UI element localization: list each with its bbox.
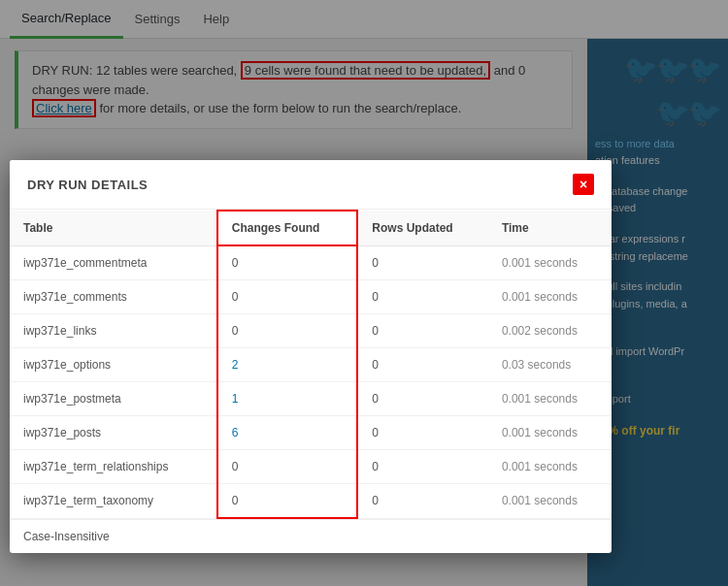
dry-run-table: Table Changes Found Rows Updated Time iw… bbox=[10, 210, 612, 519]
table-row: iwp371e_term_relationships000.001 second… bbox=[10, 450, 612, 484]
cell-time: 0.001 seconds bbox=[488, 280, 612, 314]
cell-rows-updated: 0 bbox=[357, 348, 488, 382]
table-row: iwp371e_commentmeta000.001 seconds bbox=[10, 245, 612, 280]
cell-time: 0.001 seconds bbox=[488, 416, 612, 450]
cell-table-name: iwp371e_term_relationships bbox=[10, 450, 217, 484]
cell-table-name: iwp371e_posts bbox=[10, 416, 217, 450]
cell-rows-updated: 0 bbox=[357, 280, 488, 314]
cell-rows-updated: 0 bbox=[357, 484, 488, 519]
table-row: iwp371e_options200.03 seconds bbox=[10, 348, 612, 382]
cell-table-name: iwp371e_options bbox=[10, 348, 217, 382]
cell-rows-updated: 0 bbox=[357, 245, 488, 280]
modal-body[interactable]: Table Changes Found Rows Updated Time iw… bbox=[10, 210, 612, 519]
modal-dialog: DRY RUN DETAILS × Table Changes Found Ro… bbox=[10, 160, 612, 553]
cell-rows-updated: 0 bbox=[357, 450, 488, 484]
cell-changes: 0 bbox=[217, 245, 358, 280]
modal-title: DRY RUN DETAILS bbox=[27, 178, 148, 192]
col-header-table: Table bbox=[10, 211, 217, 245]
modal-overlay: DRY RUN DETAILS × Table Changes Found Ro… bbox=[0, 0, 728, 586]
cell-changes[interactable]: 6 bbox=[217, 416, 358, 450]
cell-changes: 0 bbox=[217, 314, 358, 348]
cell-rows-updated: 0 bbox=[357, 314, 488, 348]
changes-link[interactable]: 1 bbox=[232, 392, 239, 406]
cell-changes: 0 bbox=[217, 280, 358, 314]
col-header-changes: Changes Found bbox=[217, 211, 358, 245]
modal-close-button[interactable]: × bbox=[573, 174, 594, 195]
col-header-time: Time bbox=[488, 211, 612, 245]
cell-time: 0.03 seconds bbox=[488, 348, 612, 382]
table-header-row: Table Changes Found Rows Updated Time bbox=[10, 211, 612, 245]
changes-link[interactable]: 6 bbox=[232, 426, 239, 440]
table-row: iwp371e_term_taxonomy000.001 seconds bbox=[10, 484, 612, 519]
cell-rows-updated: 0 bbox=[357, 382, 488, 416]
table-row: iwp371e_links000.002 seconds bbox=[10, 314, 612, 348]
table-row: iwp371e_comments000.001 seconds bbox=[10, 280, 612, 314]
cell-table-name: iwp371e_commentmeta bbox=[10, 245, 217, 280]
footer-label: Case-Insensitive bbox=[23, 530, 110, 543]
modal-header: DRY RUN DETAILS × bbox=[10, 160, 612, 210]
modal-footer: Case-Insensitive bbox=[10, 519, 612, 553]
cell-table-name: iwp371e_term_taxonomy bbox=[10, 484, 217, 519]
cell-rows-updated: 0 bbox=[357, 416, 488, 450]
col-header-rows: Rows Updated bbox=[357, 211, 488, 245]
cell-changes[interactable]: 1 bbox=[217, 382, 358, 416]
cell-table-name: iwp371e_links bbox=[10, 314, 217, 348]
cell-time: 0.002 seconds bbox=[488, 314, 612, 348]
cell-time: 0.001 seconds bbox=[488, 382, 612, 416]
cell-time: 0.001 seconds bbox=[488, 484, 612, 519]
cell-time: 0.001 seconds bbox=[488, 450, 612, 484]
table-row: iwp371e_posts600.001 seconds bbox=[10, 416, 612, 450]
cell-changes[interactable]: 2 bbox=[217, 348, 358, 382]
changes-link[interactable]: 2 bbox=[232, 358, 239, 372]
table-row: iwp371e_postmeta100.001 seconds bbox=[10, 382, 612, 416]
cell-changes: 0 bbox=[217, 484, 358, 519]
cell-time: 0.001 seconds bbox=[488, 245, 612, 280]
cell-table-name: iwp371e_postmeta bbox=[10, 382, 217, 416]
cell-changes: 0 bbox=[217, 450, 358, 484]
cell-table-name: iwp371e_comments bbox=[10, 280, 217, 314]
